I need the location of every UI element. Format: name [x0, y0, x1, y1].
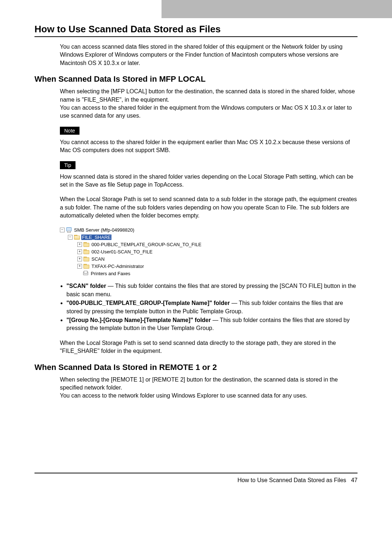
note-text: You cannot access to the shared folder i… [60, 138, 358, 155]
tree-printers-label: Printers and Faxes [90, 271, 131, 276]
tip-text: How scanned data is stored in the shared… [60, 173, 358, 189]
tree-fileshare-label: FILE_SHARE [81, 235, 111, 240]
folder-tree: − SMB Server (Mfp-04998820) − FILE_SHARE… [60, 226, 358, 277]
footer-page-number: 47 [351, 477, 358, 483]
folder-open-icon [74, 235, 80, 240]
section1-para3: When the Local Storage Path is set to se… [60, 195, 358, 220]
tree-user01-label: 002-User01-SCAN_TO_FILE [91, 249, 153, 254]
plus-icon[interactable]: + [77, 264, 82, 269]
section1-para4: When the Local Storage Path is set to se… [60, 339, 358, 355]
minus-icon[interactable]: − [68, 235, 73, 240]
page-footer: How to Use Scanned Data Stored as Files … [0, 473, 392, 491]
computer-icon [66, 227, 72, 233]
tree-fileshare-row[interactable]: − FILE_SHARE [60, 233, 358, 241]
header-gray-band [162, 0, 392, 18]
bullet-group-folder: "[Group No.]-[Group Name]-[Template Name… [66, 316, 358, 333]
note-label: Note [60, 127, 79, 135]
footer-text: How to Use Scanned Data Stored as Files [237, 477, 346, 483]
tree-scan-label: SCAN [91, 256, 105, 262]
tree-public-row[interactable]: + 000-PUBLIC_TEMPLATE_GROUP-SCAN_TO_FILE [60, 241, 358, 248]
tree-txfax-label: TXFAX-PC-Administrator [91, 264, 144, 269]
header-bar [0, 0, 392, 18]
heading-underline [34, 36, 358, 37]
section1-body: When selecting the [MFP LOCAL] button fo… [60, 87, 358, 355]
section1-heading: When Scanned Data Is Stored in MFP LOCAL [34, 74, 358, 84]
folder-icon [83, 242, 89, 247]
section1-para2: You can access to the shared folder in t… [60, 104, 358, 120]
tree-user01-row[interactable]: + 002-User01-SCAN_TO_FILE [60, 248, 358, 255]
section2-heading: When Scanned Data Is Stored in REMOTE 1 … [34, 363, 358, 372]
bullet-scan-folder: "SCAN" folder — This sub folder contains… [66, 282, 358, 298]
folder-icon [83, 249, 89, 254]
section2-para1: When selecting the [REMOTE 1] or [REMOTE… [60, 376, 358, 392]
minus-icon[interactable]: − [60, 228, 65, 232]
folder-icon [83, 264, 89, 269]
tip-label: Tip [60, 161, 75, 169]
tree-root-row[interactable]: − SMB Server (Mfp-04998820) [60, 226, 358, 233]
printer-icon [83, 271, 89, 276]
tree-printers-row[interactable]: Printers and Faxes [60, 270, 358, 277]
bullet-public-folder: "000-PUBLIC_TEMPLATE_GROUP-[Template Nam… [66, 299, 358, 315]
intro-paragraph: You can access scanned data files stored… [60, 43, 358, 67]
section2-para2: You can access to the network folder usi… [60, 392, 358, 400]
tree-root-label: SMB Server (Mfp-04998820) [73, 227, 135, 233]
section1-para1: When selecting the [MFP LOCAL] button fo… [60, 87, 358, 104]
tree-public-label: 000-PUBLIC_TEMPLATE_GROUP-SCAN_TO_FILE [91, 242, 202, 247]
section2-body: When selecting the [REMOTE 1] or [REMOTE… [60, 376, 358, 400]
plus-icon[interactable]: + [77, 249, 82, 254]
tree-txfax-row[interactable]: + TXFAX-PC-Administrator [60, 262, 358, 270]
folder-explanation-list: "SCAN" folder — This sub folder contains… [60, 282, 358, 332]
main-heading: How to Use Scanned Data Stored as Files [34, 24, 358, 35]
tree-scan-row[interactable]: + SCAN [60, 255, 358, 262]
page-content: How to Use Scanned Data Stored as Files … [0, 18, 392, 400]
plus-icon[interactable]: + [77, 242, 82, 247]
folder-icon [83, 257, 89, 261]
header-gap [0, 0, 162, 18]
plus-icon[interactable]: + [77, 257, 82, 261]
